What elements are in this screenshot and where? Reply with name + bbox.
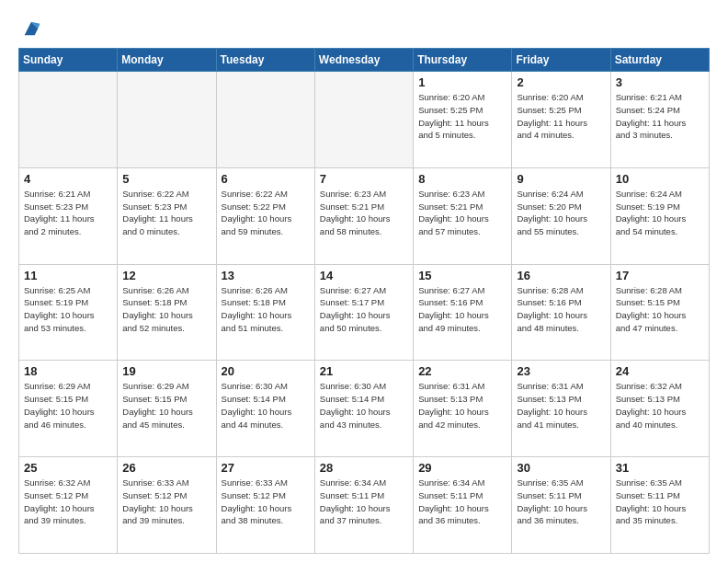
day-info: Sunrise: 6:27 AM Sunset: 5:17 PM Dayligh… [320,284,408,335]
day-number: 19 [122,364,210,378]
calendar-week-row: 25Sunrise: 6:32 AM Sunset: 5:12 PM Dayli… [19,457,710,554]
day-info: Sunrise: 6:24 AM Sunset: 5:20 PM Dayligh… [517,188,605,238]
day-info: Sunrise: 6:28 AM Sunset: 5:16 PM Dayligh… [517,284,605,335]
day-number: 25 [24,461,112,475]
calendar-cell: 25Sunrise: 6:32 AM Sunset: 5:12 PM Dayli… [19,457,118,554]
calendar-cell: 10Sunrise: 6:24 AM Sunset: 5:19 PM Dayli… [610,167,709,264]
day-info: Sunrise: 6:29 AM Sunset: 5:15 PM Dayligh… [122,380,210,431]
calendar-cell [216,72,314,168]
day-number: 1 [418,75,506,89]
day-info: Sunrise: 6:33 AM Sunset: 5:12 PM Dayligh… [122,477,210,527]
calendar-cell: 13Sunrise: 6:26 AM Sunset: 5:18 PM Dayli… [216,264,314,361]
calendar-cell: 14Sunrise: 6:27 AM Sunset: 5:17 PM Dayli… [314,264,413,361]
day-info: Sunrise: 6:29 AM Sunset: 5:15 PM Dayligh… [24,380,112,431]
calendar-cell: 2Sunrise: 6:20 AM Sunset: 5:25 PM Daylig… [512,72,610,168]
weekday-header: Saturday [610,49,709,72]
calendar-cell: 16Sunrise: 6:28 AM Sunset: 5:16 PM Dayli… [512,264,610,361]
day-number: 20 [222,364,310,378]
calendar-cell [118,72,216,168]
day-number: 29 [418,461,506,475]
day-info: Sunrise: 6:35 AM Sunset: 5:11 PM Dayligh… [517,477,605,527]
day-info: Sunrise: 6:31 AM Sunset: 5:13 PM Dayligh… [418,380,506,431]
calendar-week-row: 18Sunrise: 6:29 AM Sunset: 5:15 PM Dayli… [19,361,710,457]
day-info: Sunrise: 6:20 AM Sunset: 5:25 PM Dayligh… [418,91,506,142]
calendar-cell: 21Sunrise: 6:30 AM Sunset: 5:14 PM Dayli… [314,361,413,457]
calendar-week-row: 1Sunrise: 6:20 AM Sunset: 5:25 PM Daylig… [19,72,710,168]
day-number: 3 [616,75,704,89]
day-number: 11 [24,269,112,282]
day-info: Sunrise: 6:23 AM Sunset: 5:21 PM Dayligh… [418,188,506,238]
day-number: 12 [122,269,210,282]
day-info: Sunrise: 6:22 AM Sunset: 5:23 PM Dayligh… [122,188,210,238]
calendar-cell: 24Sunrise: 6:32 AM Sunset: 5:13 PM Dayli… [610,361,709,457]
day-info: Sunrise: 6:31 AM Sunset: 5:13 PM Dayligh… [517,380,605,431]
day-number: 7 [320,172,408,186]
logo-icon [21,18,41,39]
calendar-cell: 22Sunrise: 6:31 AM Sunset: 5:13 PM Dayli… [414,361,512,457]
day-number: 21 [320,364,408,378]
day-info: Sunrise: 6:28 AM Sunset: 5:15 PM Dayligh… [616,284,704,335]
calendar-cell: 17Sunrise: 6:28 AM Sunset: 5:15 PM Dayli… [610,264,709,361]
day-info: Sunrise: 6:34 AM Sunset: 5:11 PM Dayligh… [320,477,408,527]
day-number: 18 [24,364,112,378]
calendar-cell: 31Sunrise: 6:35 AM Sunset: 5:11 PM Dayli… [610,457,709,554]
calendar-cell: 11Sunrise: 6:25 AM Sunset: 5:19 PM Dayli… [19,264,118,361]
day-number: 6 [222,172,310,186]
day-info: Sunrise: 6:22 AM Sunset: 5:22 PM Dayligh… [222,188,310,238]
calendar-week-row: 11Sunrise: 6:25 AM Sunset: 5:19 PM Dayli… [19,264,710,361]
weekday-header: Friday [512,49,610,72]
calendar-cell: 4Sunrise: 6:21 AM Sunset: 5:23 PM Daylig… [19,167,118,264]
calendar-cell: 20Sunrise: 6:30 AM Sunset: 5:14 PM Dayli… [216,361,314,457]
day-number: 30 [517,461,605,475]
calendar-cell: 3Sunrise: 6:21 AM Sunset: 5:24 PM Daylig… [610,72,709,168]
weekday-header: Wednesday [314,49,413,72]
day-number: 14 [320,269,408,282]
day-number: 2 [517,75,605,89]
day-number: 9 [517,172,605,186]
calendar-week-row: 4Sunrise: 6:21 AM Sunset: 5:23 PM Daylig… [19,167,710,264]
day-info: Sunrise: 6:25 AM Sunset: 5:19 PM Dayligh… [24,284,112,335]
day-number: 16 [517,269,605,282]
day-number: 15 [418,269,506,282]
calendar-table: SundayMondayTuesdayWednesdayThursdayFrid… [18,48,710,554]
calendar-cell: 12Sunrise: 6:26 AM Sunset: 5:18 PM Dayli… [118,264,216,361]
calendar-cell: 23Sunrise: 6:31 AM Sunset: 5:13 PM Dayli… [512,361,610,457]
day-number: 26 [122,461,210,475]
calendar-cell: 6Sunrise: 6:22 AM Sunset: 5:22 PM Daylig… [216,167,314,264]
calendar-cell: 19Sunrise: 6:29 AM Sunset: 5:15 PM Dayli… [118,361,216,457]
day-number: 8 [418,172,506,186]
weekday-header: Sunday [19,49,118,72]
day-number: 23 [517,364,605,378]
day-info: Sunrise: 6:32 AM Sunset: 5:13 PM Dayligh… [616,380,704,431]
header [18,17,710,39]
day-info: Sunrise: 6:26 AM Sunset: 5:18 PM Dayligh… [122,284,210,335]
day-info: Sunrise: 6:30 AM Sunset: 5:14 PM Dayligh… [320,380,408,431]
calendar-cell: 30Sunrise: 6:35 AM Sunset: 5:11 PM Dayli… [512,457,610,554]
weekday-header-row: SundayMondayTuesdayWednesdayThursdayFrid… [19,49,710,72]
calendar-cell: 8Sunrise: 6:23 AM Sunset: 5:21 PM Daylig… [414,167,512,264]
day-number: 24 [616,364,704,378]
day-number: 4 [24,172,112,186]
day-number: 27 [222,461,310,475]
day-number: 31 [616,461,704,475]
day-info: Sunrise: 6:32 AM Sunset: 5:12 PM Dayligh… [24,477,112,527]
day-info: Sunrise: 6:20 AM Sunset: 5:25 PM Dayligh… [517,91,605,142]
page: SundayMondayTuesdayWednesdayThursdayFrid… [0,0,728,563]
calendar-cell: 15Sunrise: 6:27 AM Sunset: 5:16 PM Dayli… [414,264,512,361]
day-info: Sunrise: 6:34 AM Sunset: 5:11 PM Dayligh… [418,477,506,527]
day-number: 17 [616,269,704,282]
day-info: Sunrise: 6:27 AM Sunset: 5:16 PM Dayligh… [418,284,506,335]
logo [18,17,41,39]
day-info: Sunrise: 6:23 AM Sunset: 5:21 PM Dayligh… [320,188,408,238]
calendar-cell [19,72,118,168]
calendar-cell: 27Sunrise: 6:33 AM Sunset: 5:12 PM Dayli… [216,457,314,554]
calendar-cell [314,72,413,168]
weekday-header: Tuesday [216,49,314,72]
day-number: 5 [122,172,210,186]
day-number: 22 [418,364,506,378]
calendar-cell: 1Sunrise: 6:20 AM Sunset: 5:25 PM Daylig… [414,72,512,168]
day-number: 28 [320,461,408,475]
day-info: Sunrise: 6:26 AM Sunset: 5:18 PM Dayligh… [222,284,310,335]
day-info: Sunrise: 6:30 AM Sunset: 5:14 PM Dayligh… [222,380,310,431]
day-info: Sunrise: 6:35 AM Sunset: 5:11 PM Dayligh… [616,477,704,527]
